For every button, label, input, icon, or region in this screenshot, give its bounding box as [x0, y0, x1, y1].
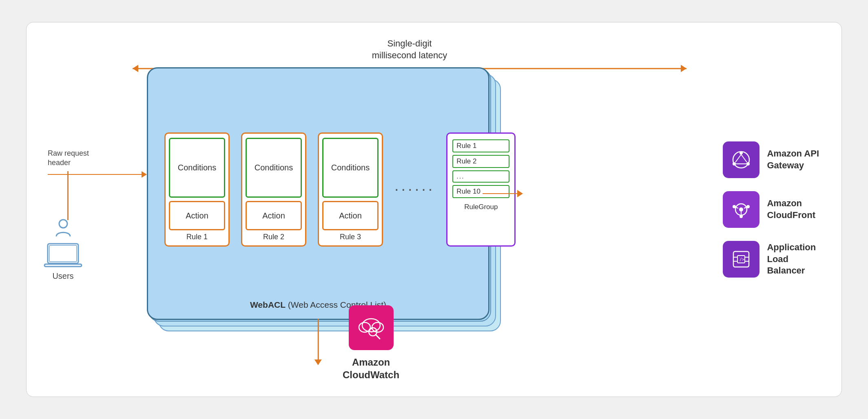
vertical-line — [67, 171, 69, 220]
alb-svg: /> — [730, 248, 752, 270]
cloudwatch-icon — [349, 305, 394, 350]
rulegroup-dots: ... — [452, 170, 509, 183]
rule-3-card: Conditions Action Rule 3 — [318, 132, 383, 247]
request-arrowhead-icon — [142, 171, 147, 178]
rule-2-label: Rule 2 — [263, 233, 284, 241]
user-person-icon — [53, 218, 73, 238]
cloudwatch-label: AmazonCloudWatch — [343, 356, 399, 381]
svg-point-13 — [733, 205, 736, 208]
webacl-stack: Conditions Action Rule 1 Conditions Acti… — [147, 67, 502, 344]
raw-request-section: Raw requestheader — [48, 149, 147, 178]
svg-point-26 — [362, 319, 380, 332]
rulegroup-rule1: Rule 1 — [452, 139, 509, 152]
alb-label: ApplicationLoadBalancer — [767, 242, 816, 277]
api-gateway-label: Amazon APIGateway — [767, 148, 819, 171]
svg-line-8 — [741, 154, 747, 162]
alb-icon: /> — [723, 241, 760, 278]
svg-point-15 — [740, 215, 743, 218]
alb-service: /> ApplicationLoadBalancer — [723, 241, 819, 278]
diagram-wrapper: Single-digitmillisecond latency Raw requ… — [26, 22, 842, 397]
svg-line-30 — [376, 335, 380, 339]
svg-rect-3 — [44, 264, 82, 267]
svg-rect-1 — [48, 244, 78, 263]
cloudfront-label: AmazonCloudFront — [767, 198, 815, 221]
svg-line-9 — [735, 154, 741, 162]
user-section: Users — [44, 218, 82, 281]
rule-2-conditions: Conditions — [246, 138, 302, 198]
cloudfront-icon — [723, 191, 760, 228]
dots-separator: ...... — [394, 177, 435, 194]
api-gateway-service: Amazon APIGateway — [723, 141, 819, 178]
api-gateway-svg — [730, 149, 752, 171]
api-gateway-icon — [723, 141, 760, 178]
rule-1-conditions: Conditions — [169, 138, 225, 198]
svg-rect-2 — [49, 245, 77, 262]
cloudwatch-svg — [356, 313, 386, 342]
rule-2-action: Action — [246, 201, 302, 230]
request-arrow-line — [48, 174, 142, 175]
svg-point-6 — [746, 162, 750, 165]
rulegroup-label: RuleGroup — [452, 203, 509, 211]
svg-point-5 — [740, 151, 743, 154]
raw-request-arrow — [48, 171, 147, 178]
rule-3-conditions: Conditions — [322, 138, 379, 198]
to-services-line — [483, 193, 517, 194]
to-cloudwatch-arrowhead-icon — [314, 359, 322, 365]
rules-container: Conditions Action Rule 1 Conditions Acti… — [164, 89, 472, 290]
to-services-arrow — [483, 190, 523, 197]
to-cloudwatch-line — [318, 319, 319, 359]
rule-1-action: Action — [169, 201, 225, 230]
rule-2-card: Conditions Action Rule 2 — [241, 132, 306, 247]
rule-3-label: Rule 3 — [340, 233, 361, 241]
svg-point-12 — [739, 207, 743, 212]
arrow-left-icon — [133, 65, 138, 72]
cloudfront-svg — [730, 198, 752, 221]
latency-text: Single-digitmillisecond latency — [372, 38, 447, 61]
svg-point-7 — [733, 162, 736, 165]
rulegroup-rule2: Rule 2 — [452, 155, 509, 168]
rule-3-action: Action — [322, 201, 379, 230]
rule-1-card: Conditions Action Rule 1 — [164, 132, 230, 247]
users-label: Users — [52, 271, 73, 281]
right-services: Amazon APIGateway AmazonCl — [723, 141, 819, 278]
cloudwatch-section: AmazonCloudWatch — [343, 305, 399, 381]
webacl-main-layer: Conditions Action Rule 1 Conditions Acti… — [147, 67, 489, 320]
raw-request-label: Raw requestheader — [48, 149, 147, 168]
arrow-right-icon — [681, 65, 686, 72]
svg-point-14 — [746, 205, 750, 208]
to-services-arrowhead-icon — [517, 190, 523, 197]
svg-text:/>: /> — [740, 257, 744, 262]
main-container: Single-digitmillisecond latency Raw requ… — [0, 0, 868, 419]
cloudfront-service: AmazonCloudFront — [723, 191, 819, 228]
svg-point-0 — [59, 220, 67, 228]
rule-1-label: Rule 1 — [186, 233, 208, 241]
rulegroup-card: Rule 1 Rule 2 ... Rule 10 RuleGroup — [446, 132, 516, 247]
laptop-icon — [44, 242, 82, 268]
